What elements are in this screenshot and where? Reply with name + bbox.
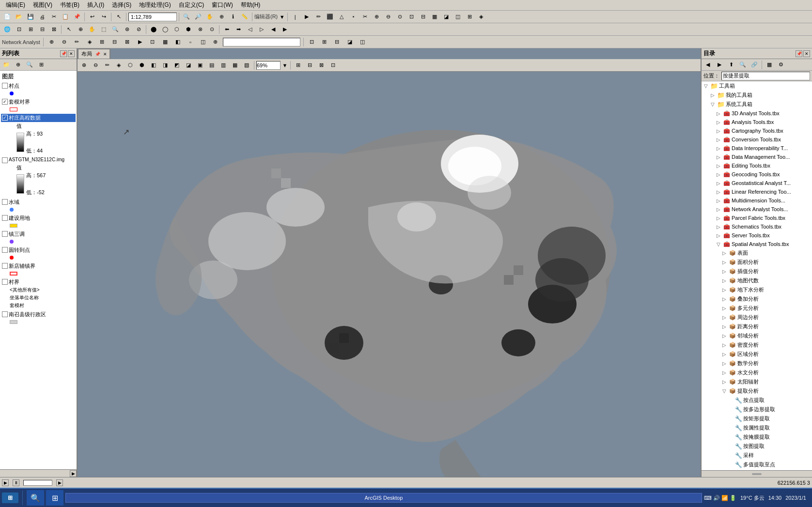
save-btn[interactable]: 💾 [25, 12, 36, 22]
ft-b14[interactable]: ▦ [230, 61, 240, 70]
redo-btn[interactable]: ↪ [98, 12, 109, 22]
taskbar-search-btn[interactable]: 🔍 [27, 490, 44, 506]
tb2-b17[interactable]: ⊗ [195, 25, 205, 34]
tree-item-parcel-fabric[interactable]: ▷ 🧰 Parcel Fabric Tools.tbx [702, 214, 812, 222]
expand-schematics[interactable]: ▷ [715, 223, 722, 230]
tree-item-extract-figure[interactable]: 🔧 按图提取 [702, 442, 812, 451]
checkbox-construction[interactable] [2, 215, 8, 221]
tb2-b9[interactable]: ⬚ [98, 25, 109, 34]
menu-view[interactable]: 视图(V) [29, 0, 56, 10]
layer-item-county[interactable]: 南召县级行政区 [1, 310, 76, 319]
checkbox-county[interactable] [2, 311, 8, 317]
ft-b2[interactable]: ⊖ [90, 61, 101, 70]
tree-item-network-analyst[interactable]: ▷ 🧰 Network Analyst Tools... [702, 205, 812, 214]
ft-b4[interactable]: ◈ [113, 61, 124, 70]
tb1-b8[interactable]: ⊕ [371, 12, 382, 22]
tb1-b17[interactable]: ◈ [476, 12, 486, 22]
layer-item-village-boundary[interactable]: 村界 [1, 278, 76, 286]
tb2-b2[interactable]: ⊡ [14, 25, 24, 34]
tree-item-neighborhood[interactable]: ▷ 📦 周边分析 [702, 313, 812, 322]
tree-item-extract-polygon[interactable]: 🔧 按多边形提取 [702, 405, 812, 414]
layer-item-boundary[interactable]: ✓ 套模对界 [1, 98, 76, 106]
tree-item-overlay-analysis[interactable]: ▷ 📦 叠加分析 [702, 294, 812, 304]
tb1-b13[interactable]: ▦ [429, 12, 440, 22]
print-btn[interactable]: 🖨 [37, 12, 47, 22]
na-view-btn1[interactable]: ⊡ [307, 37, 317, 47]
expand-my-toolbox[interactable]: ▷ [709, 92, 716, 99]
status-expand-btn[interactable]: ▶ [56, 479, 63, 486]
panel-close-btn[interactable]: ✕ [68, 50, 75, 57]
checkbox-astgtm[interactable] [2, 157, 8, 163]
undo-btn[interactable]: ↩ [87, 12, 97, 22]
expand-parcel-fabric[interactable]: ▷ [715, 215, 722, 221]
menu-select[interactable]: 选择(S) [108, 0, 135, 10]
expand-map-algebra[interactable]: ▷ [721, 277, 728, 284]
ft-b18[interactable]: ⊠ [316, 61, 327, 70]
tree-item-density[interactable]: ▷ 📦 密度分析 [702, 340, 812, 350]
map-canvas[interactable]: ↗ [78, 72, 701, 477]
expand-editing[interactable]: ▷ [715, 162, 722, 169]
rt-connect-btn[interactable]: 🔗 [749, 60, 760, 70]
na-btn9[interactable]: ⊡ [147, 37, 158, 47]
tree-item-schematics[interactable]: ▷ 🧰 Schematics Tools.tbx [702, 222, 812, 231]
rt-back-btn[interactable]: ◀ [703, 60, 713, 70]
expand-math[interactable]: ▷ [721, 360, 728, 367]
na-btn3[interactable]: ✏ [72, 37, 82, 47]
rt-up-btn[interactable]: ⬆ [726, 60, 736, 70]
editor-dropdown[interactable]: ▼ [279, 12, 285, 22]
expand-conversion[interactable]: ▷ [715, 136, 722, 143]
tree-item-system-toolbox[interactable]: ▽ 📁 系统工具箱 [702, 100, 812, 109]
tree-item-data-interop[interactable]: ▷ 🧰 Data Interoperability T... [702, 144, 812, 153]
tb2-b23[interactable]: ◀ [268, 25, 279, 34]
status-stop-btn[interactable]: ⏸ [13, 479, 19, 486]
ft-b3[interactable]: ✏ [102, 61, 112, 70]
checkbox-town[interactable] [2, 231, 8, 237]
scale-input[interactable] [128, 13, 177, 21]
layer-item-astgtm[interactable]: ASTGTM_N32E112C.img [1, 156, 76, 164]
tree-item-spatial-analyst[interactable]: ▽ 🧰 Spatial Analyst Tools.tbx [702, 240, 812, 248]
expand-interpolation[interactable]: ▷ [721, 268, 728, 275]
tb2-b8[interactable]: ✋ [87, 25, 97, 34]
tb2-b15[interactable]: ⬡ [172, 25, 182, 34]
na-btn7[interactable]: ⊠ [122, 37, 133, 47]
na-btn8[interactable]: ▶ [135, 37, 145, 47]
ft-b9[interactable]: ◩ [172, 61, 182, 70]
layer-tb-b4[interactable]: ⊞ [36, 60, 47, 70]
layer-item-circle-to-point[interactable]: 圆转到点 [1, 246, 76, 254]
layer-tb-b1[interactable]: 📁 [1, 60, 12, 70]
expand-density[interactable]: ▷ [721, 342, 728, 349]
na-btn14[interactable]: ⊕ [210, 37, 221, 47]
tree-item-interpolation[interactable]: ▷ 📦 插值分析 [702, 267, 812, 276]
float-pin-btn[interactable]: 📌 [94, 51, 101, 58]
tree-item-multi-extract[interactable]: 🔧 多值提取至点 [702, 460, 812, 469]
expand-data-mgmt[interactable]: ▷ [715, 154, 722, 160]
zoom-out-btn[interactable]: 🔎 [193, 12, 203, 22]
right-panel-resize[interactable] [702, 470, 812, 477]
right-panel-pin-btn[interactable]: 📌 [796, 50, 802, 57]
ft-b16[interactable]: ⊞ [293, 61, 303, 70]
expand-area-analysis[interactable]: ▷ [721, 259, 728, 266]
expand-multidimension[interactable]: ▷ [715, 197, 722, 204]
tree-item-sample[interactable]: 🔧 采样 [702, 451, 812, 460]
rt-grid-btn[interactable]: ▦ [764, 60, 775, 70]
layer-item-new-town-boundary[interactable]: 新店辅镇界 [1, 262, 76, 270]
expand-linear-ref[interactable]: ▷ [715, 188, 722, 195]
expand-zone[interactable]: ▷ [721, 351, 728, 358]
rt-options-btn[interactable]: ⚙ [776, 60, 786, 70]
tb2-b7[interactable]: ⊕ [75, 25, 86, 34]
taskbar-apps-btn[interactable]: ⊞ [46, 490, 63, 506]
layer-item-village-point[interactable]: 村点 [1, 82, 76, 90]
tree-item-area-analysis[interactable]: ▷ 📦 面积分析 [702, 258, 812, 267]
expand-geocoding[interactable]: ▷ [715, 171, 722, 178]
float-close-btn[interactable]: ✕ [102, 51, 109, 58]
ft-b1[interactable]: ⊕ [78, 61, 89, 70]
na-btn6[interactable]: ⊟ [109, 37, 120, 47]
menu-bookmark[interactable]: 书签(B) [56, 0, 83, 10]
tree-item-data-mgmt[interactable]: ▷ 🧰 Data Management Too... [702, 153, 812, 161]
tb2-b13[interactable]: ⬤ [148, 25, 159, 34]
tree-item-multivariate[interactable]: ▷ 📦 多元分析 [702, 304, 812, 313]
tree-item-extract-point[interactable]: 🔧 按点提取 [702, 396, 812, 405]
expand-surface[interactable]: ▷ [721, 250, 728, 257]
expand-cartography[interactable]: ▷ [715, 127, 722, 134]
tree-item-extract-mask[interactable]: 🔧 按掩膜提取 [702, 432, 812, 442]
